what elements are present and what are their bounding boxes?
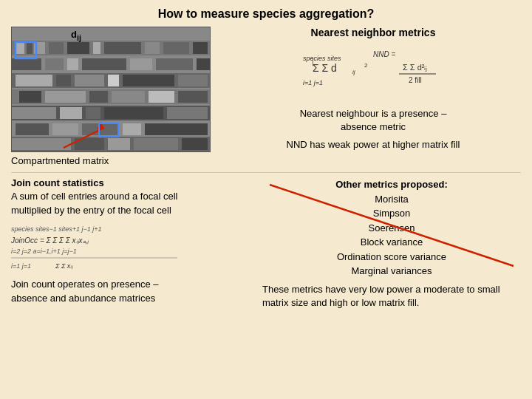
svg-rect-31	[149, 91, 174, 103]
svg-rect-30	[112, 91, 145, 103]
svg-rect-43	[123, 123, 141, 135]
svg-rect-13	[45, 58, 64, 70]
svg-rect-28	[45, 91, 86, 103]
svg-rect-23	[108, 75, 119, 86]
nearest-neighbour-text: Nearest neighbour is a presence – absenc…	[225, 107, 521, 134]
metric-block-variance: Block variance	[262, 235, 521, 250]
svg-rect-18	[197, 58, 211, 70]
svg-text:i=1   j=1: i=1 j=1	[11, 262, 31, 270]
page-title: How to measure species aggregation?	[11, 7, 521, 21]
bottom-section: Join count statistics A sum of cell entr…	[11, 177, 521, 310]
matrix-image: dij	[11, 27, 211, 152]
compartmented-label: Compartmented matrix	[11, 155, 218, 166]
join-count-desc: A sum of cell entries around a focal cel…	[11, 190, 255, 218]
other-metrics-title: Other metrics proposed:	[262, 177, 521, 192]
svg-text:ij: ij	[352, 69, 355, 75]
svg-rect-29	[89, 91, 108, 103]
page-container: How to measure species aggregation? dij	[0, 0, 532, 399]
svg-text:species sites: species sites	[303, 55, 341, 62]
svg-text:⎫: ⎫	[310, 58, 316, 66]
svg-rect-48	[108, 138, 130, 150]
svg-rect-16	[130, 58, 152, 70]
svg-rect-14	[67, 58, 78, 70]
svg-text:JoinOcc =  Σ   Σ   Σ   Σ  xᵢⱼx: JoinOcc = Σ Σ Σ Σ xᵢⱼxₐ,ⱼ	[11, 236, 89, 245]
divider	[11, 172, 521, 173]
metric-ordination: Ordination score variance	[262, 250, 521, 265]
svg-text:Σ Σ d²ᵢⱼ: Σ Σ d²ᵢⱼ	[403, 63, 428, 72]
svg-rect-35	[60, 107, 82, 119]
svg-rect-2	[27, 42, 33, 54]
svg-rect-9	[163, 42, 189, 54]
dij-label: dij	[71, 29, 81, 42]
join-count-title: Join count statistics	[11, 177, 255, 188]
top-section: dij	[11, 27, 521, 166]
svg-rect-41	[52, 123, 78, 135]
join-operates-text: Join count operates on presence – absenc…	[11, 278, 255, 306]
svg-text:2 fill: 2 fill	[409, 76, 422, 84]
svg-rect-22	[75, 75, 104, 86]
low-power-text: These metrics have very low power a mode…	[262, 283, 521, 311]
svg-rect-20	[16, 75, 52, 86]
left-image-container: dij	[11, 27, 218, 166]
svg-rect-21	[56, 75, 71, 86]
matrix-svg	[12, 41, 211, 152]
svg-text:Σ  Σ  xᵢⱼ: Σ Σ xᵢⱼ	[55, 262, 73, 270]
nn-metrics-title: Nearest neighbor metrics	[225, 27, 521, 38]
left-bottom: Join count statistics A sum of cell entr…	[11, 177, 255, 310]
svg-rect-37	[104, 107, 163, 119]
metric-marginal: Marginal variances	[262, 264, 521, 279]
svg-rect-15	[82, 58, 126, 70]
svg-rect-10	[193, 42, 208, 54]
metric-soerensen: Soerensen	[262, 221, 521, 236]
svg-text:NND =: NND =	[373, 50, 395, 58]
svg-text:2: 2	[364, 62, 368, 69]
other-metrics-container: Other metrics proposed: Morisita Simpson…	[262, 177, 521, 279]
right-section: Nearest neighbor metrics species sites Σ…	[225, 27, 521, 166]
svg-rect-1	[16, 42, 24, 54]
join-formula-container: species sites−1 sites+1 j−1 j+1 JoinOcc …	[11, 221, 255, 275]
svg-text:i=1  j=1: i=1 j=1	[303, 79, 323, 86]
svg-rect-12	[12, 58, 41, 70]
svg-rect-27	[19, 91, 41, 103]
metric-simpson: Simpson	[262, 206, 521, 221]
svg-text:i=2   j=2  a=i−1,i+1  j=j−1: i=2 j=2 a=i−1,i+1 j=j−1	[11, 248, 77, 255]
nnd-formula-svg: species sites Σ Σ d 2 ij i=1 j=1 ⎫ NND =…	[299, 46, 447, 98]
svg-rect-7	[104, 42, 141, 54]
metric-morisita: Morisita	[262, 192, 521, 207]
svg-rect-50	[182, 138, 208, 150]
svg-text:Σ  Σ  d: Σ Σ d	[313, 62, 337, 74]
svg-rect-32	[178, 91, 208, 103]
svg-rect-4	[49, 42, 64, 54]
svg-rect-40	[16, 123, 49, 135]
svg-rect-44	[145, 123, 208, 135]
svg-rect-6	[93, 42, 100, 54]
svg-text:species sites−1 sites+1 j−1 j+: species sites−1 sites+1 j−1 j+1	[11, 225, 102, 233]
svg-rect-8	[145, 42, 160, 54]
svg-rect-25	[178, 75, 208, 86]
svg-rect-34	[12, 107, 56, 119]
svg-rect-5	[67, 42, 89, 54]
svg-rect-49	[134, 138, 178, 150]
svg-rect-36	[86, 107, 100, 119]
right-bottom: Other metrics proposed: Morisita Simpson…	[262, 177, 521, 310]
svg-rect-38	[167, 107, 208, 119]
svg-rect-17	[156, 58, 193, 70]
join-formula-svg: species sites−1 sites+1 j−1 j+1 JoinOcc …	[11, 221, 181, 273]
svg-rect-46	[12, 138, 71, 150]
nnd-weak-power: NND has weak power at higher matrix fill	[225, 138, 521, 151]
svg-rect-24	[123, 75, 174, 86]
nnd-formula-container: species sites Σ Σ d 2 ij i=1 j=1 ⎫ NND =…	[225, 46, 521, 100]
